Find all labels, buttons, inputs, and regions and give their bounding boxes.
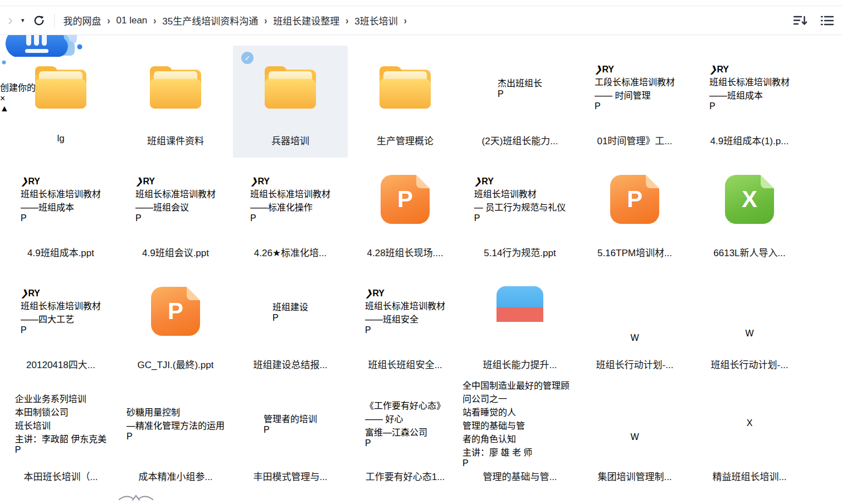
- ppt-badge-icon: P: [250, 213, 256, 223]
- file-tile[interactable]: P4.28班组长现场....: [348, 158, 463, 270]
- file-icon-area: 管理者的培训P: [264, 381, 317, 465]
- badge-letter: W: [745, 329, 753, 338]
- slide-text: 主讲：李政韶 伊东克美: [15, 432, 106, 445]
- file-tile[interactable]: lg: [3, 46, 118, 158]
- file-icon-area: 砂糖用量控制—精准化管理方法的运用P: [126, 381, 225, 465]
- file-tile[interactable]: 管理者的培训P丰田模式管理与...: [233, 381, 348, 493]
- ppt-file-icon: P: [610, 175, 659, 224]
- chery-logo-mark: ❯RY: [21, 288, 40, 298]
- file-icon-area: ❯RY班组长标准培训教材——班组成本P: [709, 46, 790, 129]
- badge-letter: P: [272, 313, 279, 322]
- file-icon-area: [35, 46, 86, 129]
- file-tile[interactable]: ❯RY班组长标准培训教材——班组会议P4.9班组会议.ppt: [118, 158, 233, 270]
- file-icon-area: ❯RY班组长标准培训教材——班组安全P: [365, 270, 445, 353]
- file-tile[interactable]: 杰出班组长P(2天)班组长能力...: [463, 46, 577, 158]
- file-tile[interactable]: 全中国制造业最好的管理顾问公司之一站看睡觉的人管理的基础与管者的角色认知主讲：廖…: [463, 381, 577, 493]
- file-tile[interactable]: X精益班组长培训...: [692, 381, 807, 493]
- slide-thumbnail: ❯RY工段长标准培训教材—— 时间管理: [595, 64, 675, 101]
- slide-title: 班组长标准培训教材: [365, 299, 445, 312]
- slide-subtitle: ——标准化操作: [250, 200, 330, 213]
- file-tile[interactable]: ❯RY班组长标准培训教材——班组成本P4.9班组成本.ppt: [3, 158, 118, 270]
- file-tile[interactable]: W班组长行动计划-...: [692, 270, 807, 381]
- ppt-file-icon: P: [381, 175, 430, 224]
- file-tile[interactable]: 砂糖用量控制—精准化管理方法的运用P成本精准小组参...: [118, 381, 233, 493]
- file-tile-partial[interactable]: [233, 493, 348, 504]
- file-name: 兵器培训: [271, 133, 309, 147]
- slide-title: 班组长标准培训教材: [709, 75, 790, 88]
- file-tile[interactable]: ❯RY班组长标准培训教材——班组安全P班组长班组安全...: [348, 270, 463, 381]
- file-tile[interactable]: ✓兵器培训: [233, 46, 348, 158]
- file-name: 5.16TPM培训材...: [597, 245, 672, 259]
- file-tile[interactable]: 班组建设P班组建设总结报...: [233, 270, 348, 381]
- file-tile[interactable]: W集团培训管理制...: [577, 381, 692, 493]
- file-tile[interactable]: 《工作要有好心态》—— 好心富维—江森公司P工作要有好心态1...: [348, 381, 463, 493]
- file-name: (2天)班组长能力...: [482, 133, 558, 147]
- breadcrumb-item[interactable]: 35生产线培训资料沟通: [162, 13, 258, 27]
- slide-subtitle: — 员工行为规范与礼仪: [474, 200, 566, 213]
- breadcrumb-item[interactable]: 我的网盘: [64, 13, 101, 27]
- breadcrumb-item[interactable]: 3班长培训: [354, 13, 397, 27]
- chery-logo-mark: ❯RY: [250, 177, 270, 186]
- file-tile[interactable]: ❯RY班组长标准培训教材——标准化操作P4.26★标准化培...: [233, 158, 348, 270]
- file-icon-area: W: [630, 270, 639, 353]
- file-name: 4.9班组成本.ppt: [27, 245, 94, 259]
- ppt-badge-icon: P: [135, 213, 142, 223]
- file-grid: lg班组课件资料✓兵器培训生产管理概论杰出班组长P(2天)班组长能力...❯RY…: [3, 35, 828, 504]
- badge-letter: P: [365, 325, 371, 335]
- file-tile[interactable]: ❯RY班组长培训教材— 员工行为规范与礼仪P5.14行为规范.ppt: [463, 158, 577, 270]
- badge-letter: P: [264, 425, 270, 434]
- file-tile[interactable]: P5.16TPM培训材...: [577, 158, 692, 270]
- forward-chevron-icon[interactable]: ›: [7, 13, 14, 28]
- file-tile[interactable]: PGC_TJI.(最終).ppt: [118, 270, 233, 381]
- rar-file-icon: [497, 286, 543, 336]
- breadcrumb-separator-icon: ›: [345, 14, 348, 26]
- sort-icon[interactable]: [793, 14, 807, 27]
- slide-subtitle: —— 好心: [365, 412, 445, 425]
- file-tile-partial[interactable]: [577, 493, 692, 504]
- file-tile[interactable]: W班组长行动计划-...: [577, 270, 692, 381]
- file-icon-area: ❯RY班组长标准培训教材——四大工艺P: [21, 270, 101, 353]
- slide-text: 本田制锁公司: [15, 405, 106, 418]
- file-icon-area: ❯RY班组长标准培训教材——班组成本P: [21, 158, 101, 241]
- slide-subtitle: ——班组安全: [365, 312, 445, 325]
- file-tile[interactable]: 企业业务系列培训本田制锁公司班长培训主讲：李政韶 伊东克美P本田班长培训（...: [3, 381, 118, 493]
- file-tile[interactable]: 生产管理概论: [348, 46, 463, 158]
- file-tile[interactable]: 班组长能力提升...: [463, 270, 577, 381]
- slide-thumbnail: 《工作要有好心态》—— 好心富维—江森公司: [365, 398, 445, 438]
- slide-subtitle: ——四大工艺: [21, 312, 101, 325]
- slide-subtitle: ——班组会议: [135, 200, 216, 213]
- slide-thumbnail: ❯RY班组长标准培训教材——标准化操作: [250, 176, 330, 213]
- file-tile[interactable]: 班组课件资料: [118, 46, 233, 158]
- slide-thumbnail: 杰出班组长: [498, 76, 542, 89]
- file-tile[interactable]: ❯RY班组长标准培训教材——班组成本P4.9班组成本(1).p...: [692, 46, 807, 158]
- breadcrumb-item[interactable]: 班组长建设整理: [273, 13, 339, 27]
- file-name: 丰田模式管理与...: [253, 469, 327, 483]
- file-tile[interactable]: ❯RY工段长标准培训教材—— 时间管理P01时间管理》工...: [577, 46, 692, 158]
- file-icon-area: X: [747, 381, 753, 465]
- word-badge-icon: W: [745, 329, 753, 338]
- file-name: 班组长能力提升...: [483, 357, 557, 371]
- file-tile-partial[interactable]: [118, 493, 233, 504]
- list-view-icon[interactable]: [820, 14, 834, 27]
- document-thumbnail: [630, 404, 639, 432]
- file-tile-partial[interactable]: [348, 493, 463, 504]
- ppt-badge-icon: P: [15, 445, 21, 454]
- file-letter: P: [610, 175, 659, 224]
- file-name: 20120418四大...: [26, 357, 95, 371]
- refresh-icon[interactable]: [32, 14, 46, 27]
- breadcrumb-item[interactable]: 01 lean: [116, 15, 148, 26]
- file-icon-area: ❯RY班组长标准培训教材——标准化操作P: [250, 158, 330, 241]
- file-tile[interactable]: ❯RY班组长标准培训教材——四大工艺P20120418四大...: [3, 270, 118, 381]
- file-name: 成本精准小组参...: [138, 469, 212, 483]
- file-name: 管理的基础与管...: [483, 469, 557, 483]
- folder-icon: [265, 66, 316, 109]
- folder-icon: [35, 66, 86, 109]
- slide-thumbnail: 企业业务系列培训本田制锁公司班长培训主讲：李政韶 伊东克美: [15, 392, 106, 445]
- file-name: lg: [57, 133, 64, 144]
- history-dropdown-icon[interactable]: ▾: [21, 17, 25, 23]
- slide-title: 砂糖用量控制: [126, 405, 225, 418]
- file-tile-partial[interactable]: [692, 493, 807, 504]
- file-tile[interactable]: X6613L新人导入...: [692, 158, 807, 270]
- slide-thumbnail: ❯RY班组长标准培训教材——班组成本: [709, 64, 790, 101]
- file-tile-partial[interactable]: [463, 493, 577, 504]
